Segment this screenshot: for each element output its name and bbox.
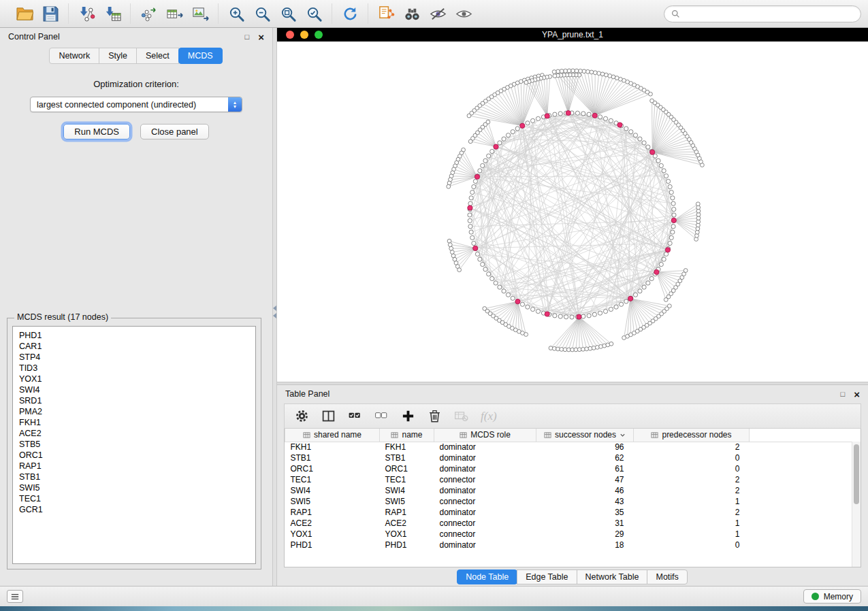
network-window-title: YPA_prune.txt_1 — [542, 30, 603, 39]
cell-shared-name: STB1 — [285, 452, 380, 463]
import-network-icon[interactable] — [76, 3, 97, 24]
result-node[interactable]: FKH1 — [13, 417, 255, 428]
result-node[interactable]: SWI5 — [13, 482, 255, 493]
result-node[interactable]: PMA2 — [13, 406, 255, 417]
close-icon[interactable]: × — [258, 32, 264, 42]
table-toolbar: f(x) — [284, 403, 861, 429]
cell-MCDS-role: dominator — [434, 540, 536, 550]
result-node[interactable]: STB5 — [13, 439, 255, 450]
control-panel-title: Control Panel — [8, 32, 60, 42]
cell-successor-nodes: 31 — [536, 518, 634, 529]
zoom-selected-icon[interactable] — [303, 3, 325, 24]
tab-network-table[interactable]: Network Table — [577, 569, 648, 584]
status-list-button[interactable] — [7, 590, 23, 603]
cell-MCDS-role: dominator — [434, 507, 536, 518]
result-node[interactable]: STP4 — [13, 352, 255, 363]
cell-predecessor-nodes: 2 — [634, 474, 750, 485]
add-icon[interactable] — [401, 409, 415, 423]
result-node[interactable]: SRD1 — [13, 395, 255, 406]
cell-shared-name: YOX1 — [285, 529, 380, 540]
table-scrollbar[interactable] — [852, 442, 861, 567]
table-row[interactable]: SWI5SWI5connector431 — [285, 496, 861, 507]
criterion-dropdown[interactable]: largest connected component (undirected)… — [30, 97, 242, 112]
float-window-icon[interactable]: □ — [245, 33, 250, 41]
result-node[interactable]: TID3 — [13, 363, 255, 374]
vertical-splitter[interactable] — [272, 28, 277, 586]
select-all-icon[interactable] — [348, 409, 362, 423]
refresh-icon[interactable] — [339, 3, 361, 24]
save-icon[interactable] — [39, 3, 61, 24]
window-minimize-button[interactable] — [300, 31, 308, 39]
splitter-collapse-icon[interactable] — [273, 306, 276, 318]
right-area: YPA_prune.txt_1 Table Panel □ × f(x) — [277, 28, 868, 586]
result-node[interactable]: RAP1 — [13, 461, 255, 472]
tab-edge-table[interactable]: Edge Table — [517, 569, 577, 584]
cell-name: SWI4 — [380, 485, 434, 496]
window-close-button[interactable] — [286, 31, 294, 39]
share-document-icon[interactable] — [375, 3, 397, 24]
list-icon — [10, 593, 20, 601]
result-node[interactable]: GCR1 — [13, 504, 255, 515]
memory-button[interactable]: Memory — [803, 589, 861, 604]
run-mcds-button[interactable]: Run MCDS — [63, 124, 130, 139]
columns-icon[interactable] — [321, 409, 336, 423]
table-row[interactable]: RAP1RAP1dominator352 — [285, 507, 861, 518]
export-table-icon[interactable] — [163, 3, 185, 24]
table-row[interactable]: ACE2ACE2connector311 — [285, 518, 861, 529]
export-network-icon[interactable] — [138, 3, 159, 24]
zoom-fit-icon[interactable] — [277, 3, 299, 24]
tab-node-table[interactable]: Node Table — [457, 569, 517, 584]
tab-motifs[interactable]: Motifs — [647, 569, 687, 584]
float-window-icon[interactable]: □ — [841, 391, 846, 398]
cell-name: RAP1 — [380, 507, 434, 518]
result-node[interactable]: SWI4 — [13, 384, 255, 395]
search-input[interactable] — [684, 9, 854, 18]
node-attribute-table: shared namenameMCDS rolesuccessor nodesp… — [285, 429, 861, 550]
result-node[interactable]: CAR1 — [13, 341, 255, 352]
result-node[interactable]: STB1 — [13, 472, 255, 482]
network-window-titlebar[interactable]: YPA_prune.txt_1 — [277, 28, 868, 42]
deselect-all-icon[interactable] — [374, 409, 389, 423]
binoculars-icon[interactable] — [401, 3, 423, 24]
open-folder-icon[interactable] — [14, 3, 35, 24]
column-header-MCDS-role[interactable]: MCDS role — [434, 429, 536, 442]
gear-icon[interactable] — [295, 409, 309, 423]
result-node[interactable]: ACE2 — [13, 428, 255, 439]
window-maximize-button[interactable] — [315, 31, 323, 39]
tab-network[interactable]: Network — [49, 48, 99, 64]
hide-selected-icon[interactable] — [427, 3, 449, 24]
table-row[interactable]: PHD1PHD1dominator180 — [285, 540, 861, 550]
export-image-icon[interactable] — [189, 3, 211, 24]
tab-select[interactable]: Select — [136, 48, 179, 64]
column-label: name — [402, 430, 422, 440]
close-panel-button[interactable]: Close panel — [140, 124, 209, 139]
close-icon[interactable]: × — [854, 389, 860, 399]
column-header-predecessor-nodes[interactable]: predecessor nodes — [634, 429, 750, 442]
column-header-successor-nodes[interactable]: successor nodes — [536, 429, 634, 442]
table-row[interactable]: FKH1FKH1dominator962 — [285, 442, 861, 452]
scrollbar-thumb[interactable] — [854, 444, 859, 504]
tab-style[interactable]: Style — [99, 48, 137, 64]
table-row[interactable]: STB1STB1dominator620 — [285, 452, 861, 463]
import-table-icon[interactable] — [101, 3, 123, 24]
network-canvas[interactable] — [277, 42, 868, 382]
zoom-in-icon[interactable] — [225, 3, 247, 24]
table-row[interactable]: SWI4SWI4dominator462 — [285, 485, 861, 496]
result-node[interactable]: YOX1 — [13, 374, 255, 384]
delete-icon[interactable] — [428, 409, 442, 423]
result-node[interactable]: ORC1 — [13, 450, 255, 461]
zoom-out-icon[interactable] — [251, 3, 273, 24]
table-row[interactable]: YOX1YOX1connector291 — [285, 529, 861, 540]
mcds-tab-content: Optimization criterion: largest connecte… — [0, 79, 272, 139]
tab-mcds[interactable]: MCDS — [178, 48, 223, 64]
search-box[interactable] — [664, 5, 861, 22]
table-row[interactable]: TEC1TEC1connector472 — [285, 474, 861, 485]
result-node[interactable]: PHD1 — [13, 330, 255, 341]
table-row[interactable]: ORC1ORC1dominator610 — [285, 463, 861, 474]
column-header-name[interactable]: name — [380, 429, 434, 442]
show-all-icon[interactable] — [453, 3, 475, 24]
column-header-shared-name[interactable]: shared name — [285, 429, 380, 442]
panel-window-buttons: □ × — [841, 389, 860, 399]
table-panel-tabs: Node TableEdge TableNetwork TableMotifs — [277, 567, 868, 586]
result-node[interactable]: TEC1 — [13, 493, 255, 504]
